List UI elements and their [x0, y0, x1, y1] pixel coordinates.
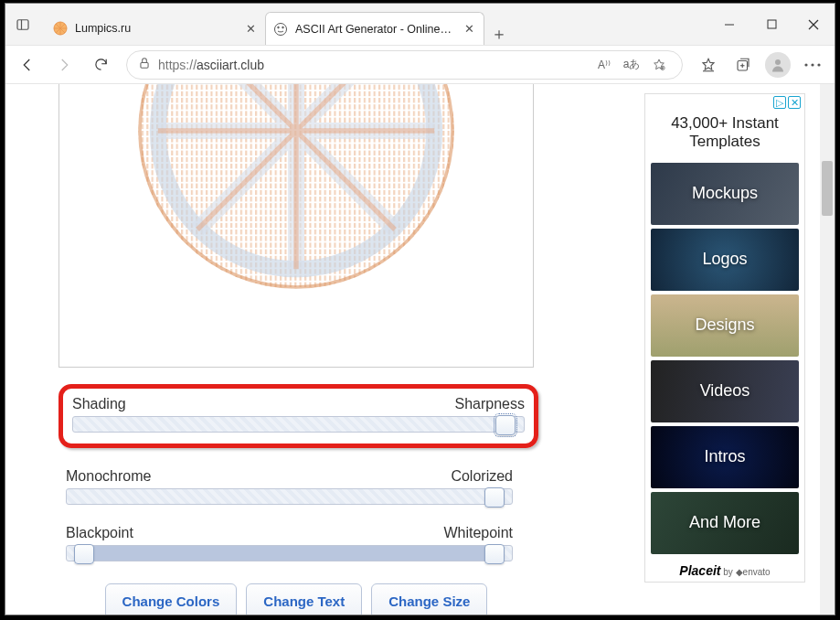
- close-window-button[interactable]: [792, 4, 835, 45]
- shading-sharpness-slider[interactable]: [72, 416, 525, 433]
- ad-sidebar: ▷ ✕ 43,000+ Instant Templates Mockups Lo…: [644, 93, 805, 583]
- svg-point-3: [275, 23, 287, 35]
- new-tab-button[interactable]: ＋: [484, 23, 514, 45]
- svg-point-21: [817, 63, 820, 66]
- collections-button[interactable]: [727, 50, 760, 80]
- change-size-button[interactable]: Change Size: [371, 583, 487, 615]
- ascii-preview: [58, 84, 534, 368]
- url-text: https://asciiart.club: [158, 58, 264, 72]
- tab-lumpics[interactable]: Lumpics.ru ✕: [46, 12, 265, 45]
- minimize-button[interactable]: [708, 4, 750, 45]
- slider-label-left: Shading: [72, 396, 126, 412]
- address-bar[interactable]: https://asciiart.club A⁾⁾ aあ: [126, 50, 683, 80]
- slider-label-right: Whitepoint: [443, 525, 513, 541]
- button-row: Change Colors Change Text Change Size: [58, 583, 534, 615]
- slider-thumb[interactable]: [484, 487, 505, 508]
- translate-icon[interactable]: aあ: [620, 53, 643, 77]
- svg-point-5: [282, 27, 284, 28]
- ad-item-andmore[interactable]: And More: [651, 492, 799, 554]
- svg-point-4: [278, 27, 280, 28]
- slider-blackpoint-whitepoint: Blackpoint Whitepoint: [58, 525, 520, 561]
- main-column: Shading Sharpness Monochrome Colorized: [5, 84, 590, 615]
- svg-point-19: [804, 63, 807, 66]
- scrollbar-thumb[interactable]: [822, 161, 833, 216]
- vertical-scrollbar[interactable]: [820, 84, 835, 615]
- ad-item-designs[interactable]: Designs: [651, 294, 799, 357]
- favorites-button[interactable]: [692, 50, 725, 80]
- ascii-art-image: [132, 84, 461, 295]
- address-bar-actions: A⁾⁾ aあ: [592, 53, 671, 77]
- monochrome-colorized-slider[interactable]: [66, 488, 513, 505]
- svg-rect-0: [17, 19, 28, 29]
- change-text-button[interactable]: Change Text: [246, 583, 362, 615]
- ad-item-logos[interactable]: Logos: [651, 229, 799, 291]
- tab-title: ASCII Art Generator - Online "HD": [295, 23, 454, 36]
- slider-label-left: Blackpoint: [66, 525, 133, 541]
- favorite-icon[interactable]: [647, 53, 671, 77]
- ad-item-intros[interactable]: Intros: [651, 426, 799, 488]
- favicon-asciiart: [273, 22, 288, 37]
- slider-label-right: Sharpness: [455, 396, 526, 412]
- adchoices-icon[interactable]: ▷: [773, 96, 786, 109]
- slider-thumb-left[interactable]: [74, 544, 94, 564]
- svg-point-18: [775, 59, 781, 65]
- lock-icon: [138, 57, 151, 72]
- profile-button[interactable]: [761, 50, 794, 80]
- read-aloud-icon[interactable]: A⁾⁾: [592, 53, 616, 77]
- ad-item-videos[interactable]: Videos: [651, 360, 799, 422]
- window-controls: [708, 4, 835, 45]
- tab-asciiart[interactable]: ASCII Art Generator - Online "HD" ✕: [265, 12, 484, 45]
- blackpoint-whitepoint-slider[interactable]: [66, 545, 513, 561]
- slider-fill: [93, 546, 494, 561]
- slider-thumb[interactable]: [495, 415, 516, 435]
- slider-label-right: Colorized: [451, 468, 513, 485]
- change-colors-button[interactable]: Change Colors: [105, 583, 238, 615]
- page-content: Shading Sharpness Monochrome Colorized: [5, 84, 835, 615]
- svg-rect-10: [141, 62, 148, 68]
- tab-actions-button[interactable]: [5, 4, 40, 45]
- toolbar: https://asciiart.club A⁾⁾ aあ: [5, 46, 835, 84]
- svg-point-20: [811, 63, 813, 66]
- favicon-lumpics: [53, 21, 68, 36]
- menu-button[interactable]: [796, 50, 829, 80]
- forward-button[interactable]: [48, 50, 80, 80]
- titlebar: Lumpics.ru ✕ ASCII Art Generator - Onlin…: [5, 4, 835, 46]
- ad-brand[interactable]: Placeit by ◆envato: [645, 558, 804, 582]
- tab-close-icon[interactable]: ✕: [462, 22, 476, 37]
- ad-item-mockups[interactable]: Mockups: [651, 163, 799, 225]
- tab-close-icon[interactable]: ✕: [243, 21, 258, 36]
- slider-label-left: Monochrome: [66, 468, 151, 485]
- back-button[interactable]: [11, 50, 44, 80]
- highlighted-slider-shading-sharpness: Shading Sharpness: [58, 384, 538, 448]
- toolbar-right: [692, 50, 829, 80]
- ad-close-icon[interactable]: ✕: [788, 96, 801, 109]
- tab-title: Lumpics.ru: [75, 22, 236, 35]
- tab-strip: Lumpics.ru ✕ ASCII Art Generator - Onlin…: [40, 4, 708, 45]
- browser-window: Lumpics.ru ✕ ASCII Art Generator - Onlin…: [5, 3, 835, 615]
- refresh-button[interactable]: [84, 50, 117, 80]
- ad-headline[interactable]: 43,000+ Instant Templates: [645, 111, 804, 159]
- svg-rect-7: [768, 20, 776, 28]
- slider-monochrome-colorized: Monochrome Colorized: [58, 468, 520, 505]
- maximize-button[interactable]: [750, 4, 792, 45]
- slider-thumb-right[interactable]: [484, 544, 505, 564]
